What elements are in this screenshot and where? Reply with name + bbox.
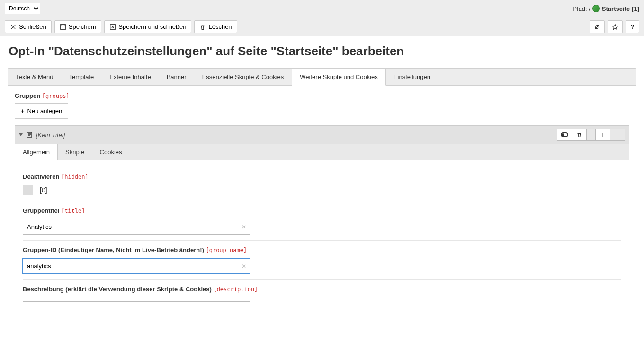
- toolbar: Schließen Speichern Speichern und schlie…: [0, 17, 644, 36]
- help-button[interactable]: ?: [626, 20, 639, 33]
- tab-weitere[interactable]: Weitere Skripte und Cookies: [292, 69, 386, 86]
- deactivate-value: [0]: [40, 186, 47, 194]
- language-select[interactable]: Deutsch: [5, 3, 40, 14]
- content: Opt-In "Datenschutzeinstellungen" auf Se…: [0, 36, 644, 349]
- clear-icon[interactable]: ✕: [242, 263, 246, 270]
- share-icon: [594, 24, 600, 30]
- plus-icon: +: [21, 107, 25, 114]
- globe-icon: [592, 5, 600, 12]
- record-title: [Kein Titel]: [36, 131, 65, 139]
- tab-panel: Gruppen [groups] + Neu anlegen [Kein Tit…: [8, 86, 636, 349]
- save-close-icon: [109, 24, 116, 30]
- page-name[interactable]: Startseite: [602, 5, 630, 12]
- delete-button[interactable]: Löschen: [194, 20, 237, 33]
- star-icon: [612, 24, 618, 30]
- deactivate-checkbox[interactable]: [23, 185, 33, 195]
- record-form: Deaktivieren [hidden] [0] Gruppentitel […: [15, 160, 629, 349]
- toggle-icon: [561, 132, 568, 137]
- trash-icon: [576, 131, 582, 138]
- group-id-input[interactable]: [23, 258, 250, 274]
- save-close-button[interactable]: Speichern und schließen: [104, 20, 191, 33]
- record-subtabs: Allgemein Skripte Cookies: [15, 144, 629, 160]
- main-tabs: Texte & Menü Template Externe Inhalte Ba…: [8, 68, 636, 86]
- tab-einstellungen[interactable]: Einstellungen: [386, 69, 438, 85]
- tab-texte[interactable]: Texte & Menü: [8, 69, 62, 85]
- tab-externe[interactable]: Externe Inhalte: [102, 69, 159, 85]
- new-group-button[interactable]: + Neu anlegen: [15, 103, 68, 119]
- close-icon: [10, 24, 17, 30]
- row-deactivate: Deaktivieren [hidden] [0]: [23, 167, 621, 201]
- row-description: Beschreibung (erklärt die Verwendung die…: [23, 280, 621, 346]
- spacer: [586, 129, 596, 141]
- page-id: [1]: [632, 5, 639, 12]
- record-type-icon: [26, 131, 33, 139]
- subtab-allgemein[interactable]: Allgemein: [15, 144, 58, 160]
- topbar: Deutsch Pfad: / Startseite [1]: [0, 0, 644, 17]
- record-actions: +: [557, 129, 625, 141]
- bookmark-button[interactable]: [608, 20, 623, 33]
- save-button[interactable]: Speichern: [54, 20, 102, 33]
- tab-essenzielle[interactable]: Essenzielle Skripte & Cookies: [195, 69, 292, 85]
- close-button[interactable]: Schließen: [5, 20, 52, 33]
- group-title-input[interactable]: [23, 219, 250, 235]
- add-record-button[interactable]: +: [595, 129, 610, 141]
- record-header: [Kein Titel] +: [15, 125, 629, 144]
- subtab-cookies[interactable]: Cookies: [92, 144, 130, 160]
- tab-template[interactable]: Template: [62, 69, 102, 85]
- share-button[interactable]: [590, 20, 605, 33]
- save-icon: [60, 24, 66, 30]
- tab-banner[interactable]: Banner: [159, 69, 195, 85]
- clear-icon[interactable]: ✕: [242, 224, 246, 230]
- delete-record-button[interactable]: [572, 129, 587, 141]
- drag-handle[interactable]: [610, 129, 625, 141]
- page-title: Opt-In "Datenschutzeinstellungen" auf Se…: [8, 44, 636, 59]
- row-group-title: Gruppentitel [title] ✕: [23, 201, 621, 241]
- path-label: Pfad: /: [572, 5, 590, 12]
- groups-label: Gruppen [groups]: [15, 92, 629, 99]
- description-textarea[interactable]: [23, 301, 250, 339]
- subtab-skripte[interactable]: Skripte: [58, 144, 92, 160]
- toggle-visibility-button[interactable]: [557, 129, 572, 141]
- trash-icon: [199, 24, 206, 30]
- svg-rect-0: [61, 24, 66, 29]
- row-group-id: Gruppen-ID (Eindeutiger Name, Nicht im L…: [23, 241, 621, 280]
- collapse-icon[interactable]: [19, 133, 23, 136]
- breadcrumb: Pfad: / Startseite [1]: [572, 5, 639, 12]
